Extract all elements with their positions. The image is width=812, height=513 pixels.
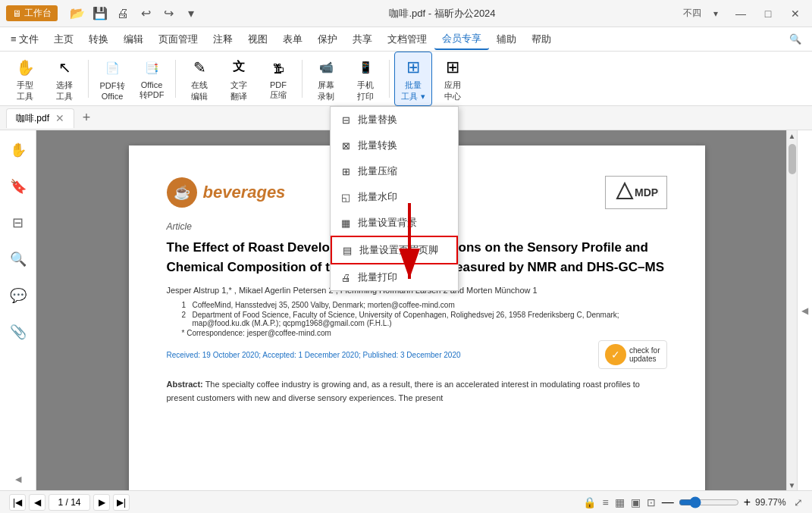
affil-2-text: Department of Food Science, Faculty of S… <box>193 311 667 327</box>
sidebar-attachment[interactable]: 📎 <box>5 318 32 346</box>
menu-member[interactable]: 会员专享 <box>434 29 489 50</box>
last-page-btn[interactable]: ▶| <box>113 494 130 511</box>
lock-icon[interactable]: 🔒 <box>583 496 596 508</box>
redo-btn[interactable]: ↪ <box>158 3 179 24</box>
prev-page-btn[interactable]: ◀ <box>29 494 45 511</box>
tool-office-pdf[interactable]: 📑 Office转PDF <box>133 53 171 104</box>
batch-label: 批量工具 ▾ <box>401 80 425 102</box>
close-btn[interactable]: ✕ <box>785 3 806 24</box>
check-updates-badge: ✓ check forupdates <box>598 340 667 369</box>
open-file-btn[interactable]: 📂 <box>67 3 88 24</box>
menu-file[interactable]: ≡ 文件 <box>3 30 46 49</box>
single-page-icon[interactable]: ≡ <box>602 496 608 508</box>
scroll-up-btn[interactable]: ▲ <box>787 130 798 141</box>
maximize-btn[interactable]: □ <box>757 3 779 24</box>
logo-text: 工作台 <box>24 7 52 20</box>
sidebar-bookmark[interactable]: 🔖 <box>5 173 32 200</box>
first-page-btn[interactable]: |◀ <box>9 494 26 511</box>
tool-screen-record[interactable]: 📹 屏幕录制 <box>307 52 345 105</box>
tool-pdf-compress[interactable]: 🗜 PDF压缩 <box>259 53 297 104</box>
menu-page-manage[interactable]: 页面管理 <box>151 30 205 49</box>
affil-1-num: 1 <box>182 301 190 309</box>
tab-close-btn[interactable]: ✕ <box>55 112 64 124</box>
menu-annotate[interactable]: 注释 <box>205 30 240 49</box>
sidebar-thumbnail[interactable]: ⊟ <box>5 209 32 236</box>
menu-assist[interactable]: 辅助 <box>489 30 524 49</box>
pdf-compress-icon: 🗜 <box>266 56 290 80</box>
menu-protect[interactable]: 保护 <box>310 30 345 49</box>
mdpi-logo: MDPI <box>605 176 667 209</box>
right-sidebar-toggle[interactable]: ◀ <box>797 130 812 490</box>
dropdown-batch-watermark[interactable]: ◱ 批量水印 <box>331 184 458 210</box>
sidebar-hand-tool[interactable]: ✋ <box>5 136 32 164</box>
phone-print-label: 手机打印 <box>357 80 374 102</box>
svg-text:MDPI: MDPI <box>635 186 659 199</box>
pdf-office-label: PDF转Office <box>100 80 125 101</box>
tool-phone-print[interactable]: 📱 手机打印 <box>346 52 384 105</box>
tool-batch[interactable]: ⊞ 批量工具 ▾ <box>394 52 432 106</box>
minimize-btn[interactable]: — <box>730 3 751 24</box>
tool-app-center[interactable]: ⊞ 应用中心 <box>434 52 472 105</box>
tool-hand[interactable]: ✋ 手型工具 <box>6 52 44 105</box>
title-right-text: 不四 <box>683 7 701 20</box>
tab-coffee-pdf[interactable]: 咖啡.pdf ✕ <box>6 108 74 128</box>
next-page-btn[interactable]: ▶ <box>93 494 110 511</box>
divider-2 <box>175 60 176 98</box>
dropdown-batch-print[interactable]: 🖨 批量打印 <box>331 264 458 290</box>
search-btn[interactable]: 🔍 <box>782 30 809 48</box>
sidebar-comment[interactable]: 💬 <box>5 282 32 309</box>
save-file-btn[interactable]: 💾 <box>89 3 111 24</box>
divider-1 <box>88 60 89 98</box>
beverages-icon: ☕ <box>167 177 197 208</box>
menu-doc-manage[interactable]: 文档管理 <box>380 30 434 49</box>
zoom-slider[interactable] <box>679 496 739 508</box>
two-page-icon[interactable]: ▦ <box>615 496 625 508</box>
tool-text-translate[interactable]: 文 文字翻译 <box>220 52 258 105</box>
fit-icon[interactable]: ⊡ <box>647 496 656 508</box>
menu-convert[interactable]: 转换 <box>81 30 116 49</box>
page-input[interactable] <box>49 494 90 511</box>
scroll-thumb[interactable] <box>788 144 796 174</box>
dropdown-batch-replace[interactable]: ⊟ 批量替换 <box>331 107 458 133</box>
fullscreen-btn[interactable]: ⤢ <box>794 496 803 508</box>
app-logo[interactable]: 🖥 工作台 <box>6 5 58 21</box>
svg-marker-2 <box>617 183 632 199</box>
sidebar-search[interactable]: 🔍 <box>5 246 32 273</box>
screen-record-icon: 📹 <box>314 55 338 80</box>
zoom-in-btn[interactable]: + <box>744 496 751 509</box>
batch-compress-icon: ⊞ <box>340 165 352 177</box>
scroll-icon[interactable]: ▣ <box>631 496 641 508</box>
window-title: 咖啡.pdf - 福昕办公2024 <box>208 7 677 20</box>
undo-btn[interactable]: ↩ <box>135 3 156 24</box>
pdf-scrollbar[interactable]: ▲ ▼ <box>786 130 797 490</box>
zoom-out-btn[interactable]: — <box>662 496 674 509</box>
menu-edit[interactable]: 编辑 <box>116 30 151 49</box>
affil-1: 1 CoffeeMind, Hansstedvej 35, 2500 Valby… <box>182 301 667 309</box>
menu-help[interactable]: 帮助 <box>524 30 559 49</box>
correspondence-line: * Correspondence: jesper@coffee-mind.com <box>182 329 667 337</box>
beverages-text: beverages <box>203 183 286 202</box>
menu-view[interactable]: 视图 <box>240 30 275 49</box>
dropdown-batch-background[interactable]: ▦ 批量设置背景 <box>331 210 458 236</box>
print-btn[interactable]: 🖨 <box>112 3 133 24</box>
batch-dropdown-menu: ⊟ 批量替换 ⊠ 批量转换 ⊞ 批量压缩 ◱ 批量水印 ▦ 批量设置背景 ▤ 批… <box>330 106 459 291</box>
menu-share[interactable]: 共享 <box>345 30 380 49</box>
tool-select[interactable]: ↖ 选择工具 <box>45 52 83 105</box>
online-edit-label: 在线编辑 <box>191 80 208 102</box>
scroll-down-btn[interactable]: ▼ <box>787 480 798 490</box>
batch-background-label: 批量设置背景 <box>358 216 417 230</box>
tool-pdf-office[interactable]: 📄 PDF转Office <box>93 53 131 104</box>
dropdown-batch-header-footer[interactable]: ▤ 批量设置页眉页脚 <box>331 236 458 264</box>
dates-text: Received: 19 October 2020; Accepted: 1 D… <box>167 351 461 359</box>
menu-home[interactable]: 主页 <box>46 30 81 49</box>
right-sidebar-handle-icon: ◀ <box>801 305 808 316</box>
menu-form[interactable]: 表单 <box>275 30 310 49</box>
phone-print-icon: 📱 <box>353 55 378 80</box>
dropdown-batch-compress[interactable]: ⊞ 批量压缩 <box>331 158 458 184</box>
tool-online-edit[interactable]: ✎ 在线编辑 <box>180 52 218 105</box>
dropdown-batch-convert[interactable]: ⊠ 批量转换 <box>331 133 458 158</box>
pdf-office-icon: 📄 <box>100 56 124 80</box>
more-btn[interactable]: ▾ <box>180 3 202 24</box>
page-navigation: |◀ ◀ ▶ ▶| <box>9 494 130 511</box>
tab-add-btn[interactable]: + <box>77 109 96 127</box>
